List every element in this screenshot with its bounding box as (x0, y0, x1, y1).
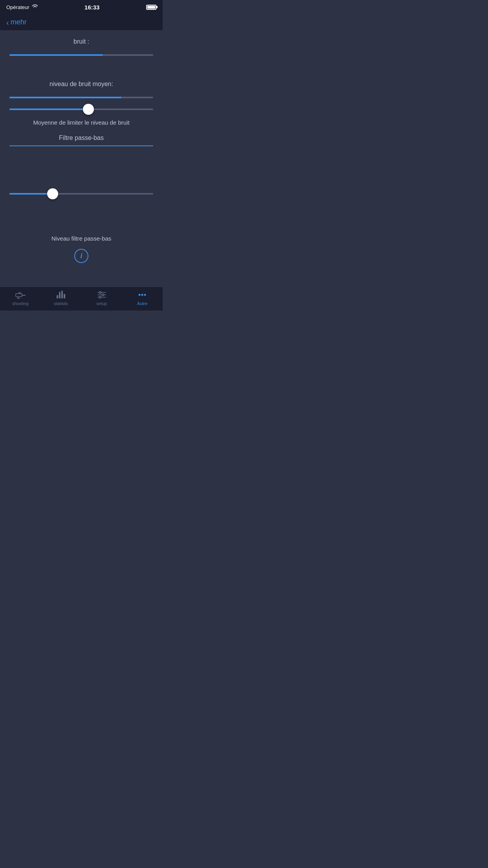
filtre-section: Filtre passe-bas (9, 134, 153, 149)
battery-icon (146, 5, 156, 10)
svg-rect-4 (19, 292, 20, 294)
niveau-bruit-fill (9, 108, 88, 110)
bruit-title: bruit : (9, 38, 153, 45)
tab-item-autre[interactable]: Autre (122, 290, 163, 306)
status-bar-right (146, 5, 156, 10)
filtre-slider[interactable] (9, 188, 153, 200)
niveau-bruit-section: niveau de bruit moyen: Moyenne de limite… (9, 81, 153, 127)
back-chevron-icon: ‹ (6, 18, 9, 26)
setup-tab-label: setup (96, 301, 107, 306)
niveau-filtre-label: Niveau filtre passe-bas (9, 234, 153, 243)
bruit-slider-track (9, 54, 153, 56)
svg-point-10 (61, 291, 63, 292)
niveau-bruit-thumb[interactable] (83, 104, 94, 115)
nav-bar: ‹ mehr (0, 14, 163, 30)
svg-rect-6 (59, 293, 61, 298)
tab-item-shooting[interactable]: shooting (0, 290, 41, 306)
info-icon[interactable]: i (74, 249, 88, 263)
filtre-slider-fill (9, 193, 53, 195)
svg-rect-7 (61, 292, 63, 298)
time-label: 16:33 (84, 4, 99, 11)
niveau-bruit-title: niveau de bruit moyen: (9, 81, 153, 88)
tab-item-setup[interactable]: setup (81, 290, 122, 306)
filtre-divider (9, 145, 153, 146)
svg-rect-0 (16, 294, 22, 297)
status-bar: Opérateur 16:33 (0, 0, 163, 14)
niveau-bruit-upper-track (9, 92, 153, 103)
svg-point-16 (99, 296, 101, 298)
svg-point-18 (141, 294, 143, 296)
niveau-bruit-track-upper (9, 97, 153, 98)
autre-tab-label: Autre (137, 301, 147, 306)
info-icon-container[interactable]: i (9, 249, 153, 263)
spacer-bottom (9, 263, 153, 279)
filtre-slider-track (9, 193, 153, 195)
back-label: mehr (11, 18, 27, 26)
svg-point-17 (139, 294, 141, 296)
info-icon-label: i (80, 252, 82, 260)
shooting-icon (15, 290, 26, 300)
filtre-slider-thumb[interactable] (47, 188, 58, 199)
svg-point-15 (102, 294, 104, 296)
niveau-bruit-slider[interactable] (9, 103, 153, 115)
svg-point-19 (144, 294, 146, 296)
main-content: bruit : niveau de bruit moyen: Moyenne d… (0, 30, 163, 287)
tab-bar: shooting statistic (0, 287, 163, 311)
statistic-tab-label: statistic (54, 301, 68, 306)
bruit-slider-fill (9, 54, 103, 56)
statistic-icon (55, 290, 67, 300)
spacer-2 (9, 156, 153, 188)
autre-icon (136, 290, 148, 300)
spacer-1 (9, 69, 153, 81)
niveau-bruit-fill-upper (9, 97, 121, 98)
svg-point-9 (59, 292, 61, 293)
filtre-title: Filtre passe-bas (9, 134, 153, 142)
tab-item-statistic[interactable]: statistic (41, 290, 82, 306)
svg-rect-8 (64, 294, 65, 298)
niveau-bruit-track (9, 108, 153, 110)
spacer-3 (9, 200, 153, 231)
niveau-bruit-description: Moyenne de limiter le niveau de bruit (9, 118, 153, 127)
back-button[interactable]: ‹ mehr (6, 18, 27, 26)
bruit-section: bruit : (9, 38, 153, 61)
svg-rect-5 (57, 295, 58, 298)
shooting-tab-label: shooting (12, 301, 29, 306)
svg-point-14 (99, 292, 101, 294)
operator-label: Opérateur (6, 4, 29, 10)
bruit-slider[interactable] (9, 49, 153, 61)
wifi-icon (32, 4, 38, 10)
status-bar-left: Opérateur (6, 4, 38, 10)
setup-icon (96, 290, 108, 300)
